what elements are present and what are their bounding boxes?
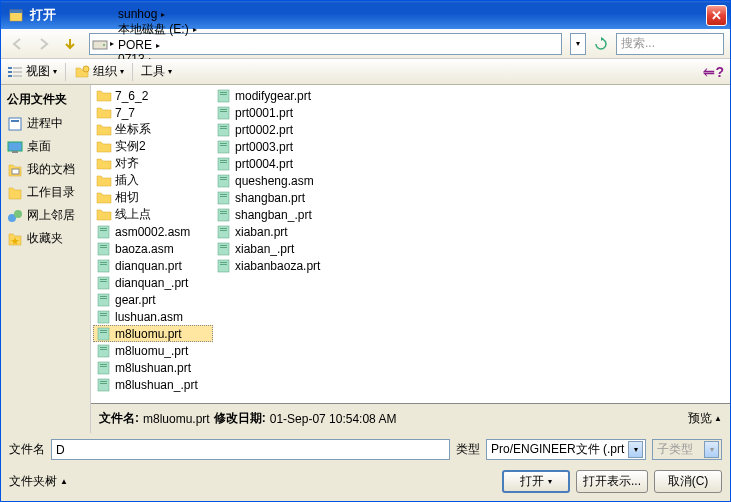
svg-rect-12 — [11, 120, 19, 122]
svg-rect-21 — [98, 243, 109, 255]
sidebar-item-workdir[interactable]: 工作目录 — [3, 181, 88, 204]
svg-rect-71 — [220, 213, 227, 214]
organize-menu[interactable]: 组织 ▾ — [74, 63, 124, 80]
folder-icon — [96, 106, 112, 120]
path-segment[interactable]: 本地磁盘 (E:) ▸ — [116, 21, 201, 38]
file-item[interactable]: baoza.asm — [93, 240, 213, 257]
file-item[interactable]: gear.prt — [93, 291, 213, 308]
search-input[interactable]: 搜索... — [616, 33, 724, 55]
path-history-drop[interactable]: ▾ — [570, 33, 586, 55]
file-list[interactable]: 7_6_27_7坐标系实例2对齐插入相切线上点asm0002.asmbaoza.… — [91, 85, 730, 403]
svg-rect-72 — [218, 226, 229, 238]
svg-rect-78 — [218, 260, 229, 272]
file-item[interactable]: prt0004.prt — [213, 155, 333, 172]
folder-item[interactable]: 插入 — [93, 172, 213, 189]
path-segment[interactable]: sunhog ▸ — [116, 7, 201, 21]
folder-item[interactable]: 线上点 — [93, 206, 213, 223]
file-item[interactable]: xiaban_.prt — [213, 240, 333, 257]
file-icon — [216, 89, 232, 103]
svg-rect-75 — [218, 243, 229, 255]
type-combo[interactable]: Pro/ENGINEER文件 (.prt▾ — [486, 439, 646, 460]
svg-rect-52 — [220, 109, 227, 110]
file-item[interactable]: m8luomu_.prt — [93, 342, 213, 359]
sidebar-item-network[interactable]: 网上邻居 — [3, 204, 88, 227]
folder-item[interactable]: 7_6_2 — [93, 87, 213, 104]
file-icon — [96, 259, 112, 273]
file-item[interactable]: prt0001.prt — [213, 104, 333, 121]
file-item[interactable]: shangban.prt — [213, 189, 333, 206]
folder-icon — [96, 157, 112, 171]
cancel-button[interactable]: 取消(C) — [654, 470, 722, 493]
forward-button[interactable] — [33, 33, 55, 55]
type-label: 类型 — [456, 441, 480, 458]
svg-rect-18 — [98, 226, 109, 238]
folder-icon — [96, 191, 112, 205]
close-button[interactable]: ✕ — [706, 5, 727, 26]
button-row: 文件夹树 ▲ 打开 ▾ 打开表示... 取消(C) — [1, 466, 730, 501]
path-root-drop[interactable]: ▸ — [108, 39, 116, 48]
file-item[interactable]: shangban_.prt — [213, 206, 333, 223]
svg-rect-1 — [10, 10, 22, 13]
svg-rect-64 — [220, 177, 227, 178]
svg-rect-7 — [13, 67, 22, 69]
svg-rect-27 — [98, 277, 109, 289]
file-item[interactable]: lushuan.asm — [93, 308, 213, 325]
file-icon — [96, 242, 112, 256]
file-icon — [96, 310, 112, 324]
refresh-button[interactable] — [590, 33, 612, 55]
view-menu[interactable]: 视图 ▾ — [7, 63, 57, 80]
svg-rect-63 — [218, 175, 229, 187]
folder-icon — [96, 123, 112, 137]
down-button[interactable] — [59, 33, 81, 55]
path-segment[interactable]: PORE ▸ — [116, 38, 201, 52]
filename-field-label: 文件名 — [9, 441, 45, 458]
folder-item[interactable]: 7_7 — [93, 104, 213, 121]
sidebar: 公用文件夹 进程中桌面我的文档工作目录网上邻居收藏夹 — [1, 85, 91, 433]
svg-rect-25 — [100, 262, 107, 263]
folder-item[interactable]: 实例2 — [93, 138, 213, 155]
file-item[interactable]: m8lushuan.prt — [93, 359, 213, 376]
svg-rect-74 — [220, 230, 227, 231]
svg-rect-46 — [100, 381, 107, 382]
svg-rect-28 — [100, 279, 107, 280]
path-box[interactable]: ▸ sunhog ▸本地磁盘 (E:) ▸PORE ▸0713 ▸CH07 ▸ — [89, 33, 562, 55]
filename-input[interactable] — [51, 439, 450, 460]
file-icon — [216, 140, 232, 154]
folder-item[interactable]: 相切 — [93, 189, 213, 206]
sidebar-item-favorites[interactable]: 收藏夹 — [3, 227, 88, 250]
file-icon — [96, 327, 112, 341]
tools-menu[interactable]: 工具 ▾ — [141, 63, 172, 80]
preview-button[interactable]: 预览 ▲ — [688, 410, 722, 427]
file-item[interactable]: dianquan.prt — [93, 257, 213, 274]
file-item[interactable]: prt0003.prt — [213, 138, 333, 155]
drive-icon — [92, 36, 108, 52]
back-button[interactable] — [7, 33, 29, 55]
file-icon — [216, 157, 232, 171]
file-item[interactable]: m8luomu.prt — [93, 325, 213, 342]
svg-rect-66 — [218, 192, 229, 204]
sidebar-item-desktop[interactable]: 桌面 — [3, 135, 88, 158]
file-item[interactable]: dianquan_.prt — [93, 274, 213, 291]
sidebar-item-process[interactable]: 进程中 — [3, 112, 88, 135]
svg-rect-24 — [98, 260, 109, 272]
help-icon[interactable]: ⥢? — [703, 64, 724, 80]
file-item[interactable]: quesheng.asm — [213, 172, 333, 189]
open-button[interactable]: 打开 ▾ — [502, 470, 570, 493]
file-item[interactable]: xiaban.prt — [213, 223, 333, 240]
file-item[interactable]: asm0002.asm — [93, 223, 213, 240]
svg-rect-13 — [8, 142, 22, 151]
file-item[interactable]: prt0002.prt — [213, 121, 333, 138]
status-bar: 文件名: m8luomu.prt 修改日期: 01-Sep-07 10:54:0… — [91, 403, 730, 433]
file-item[interactable]: modifygear.prt — [213, 87, 333, 104]
file-item[interactable]: xiabanbaoza.prt — [213, 257, 333, 274]
titlebar[interactable]: 打开 ✕ — [1, 1, 730, 29]
open-rep-button[interactable]: 打开表示... — [576, 470, 648, 493]
folder-item[interactable]: 坐标系 — [93, 121, 213, 138]
folder-tree-button[interactable]: 文件夹树 ▲ — [9, 473, 68, 490]
file-item[interactable]: m8lushuan_.prt — [93, 376, 213, 393]
file-icon — [216, 123, 232, 137]
svg-rect-58 — [220, 143, 227, 144]
file-icon — [96, 361, 112, 375]
sidebar-item-docs[interactable]: 我的文档 — [3, 158, 88, 181]
folder-item[interactable]: 对齐 — [93, 155, 213, 172]
